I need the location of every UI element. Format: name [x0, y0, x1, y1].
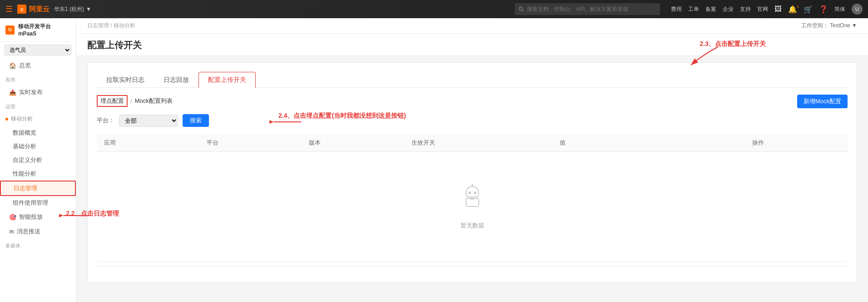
workspace-label: 工作空间：	[801, 22, 828, 29]
nav-action-support[interactable]: 支持	[740, 5, 751, 13]
nav-action-ticket[interactable]: 工单	[688, 5, 699, 13]
search-icon	[518, 6, 524, 12]
home-icon: 🏠	[9, 62, 16, 69]
sidebar-item-performance[interactable]: 性能分析	[0, 167, 76, 181]
search-button[interactable]: 搜索	[183, 114, 209, 127]
sidebar-label-data-overview: 数据概览	[13, 129, 36, 136]
empty-icon	[113, 184, 831, 216]
dot-icon	[5, 118, 8, 121]
avatar[interactable]: U	[852, 4, 863, 15]
sidebar-label-component-management: 组件使用管理	[13, 199, 48, 206]
tab-log-replay[interactable]: 日志回放	[154, 72, 198, 88]
th-version: 版本	[302, 134, 404, 152]
sidebar-label-smart-delivery: 智能投放	[19, 213, 43, 221]
cart-icon[interactable]: 🛒	[804, 5, 813, 14]
platform-label: 平台：	[97, 116, 114, 125]
scroll-area[interactable]	[97, 266, 848, 273]
sidebar-label-push: 消息推送	[17, 227, 40, 236]
th-empty2	[689, 134, 745, 152]
svg-point-9	[474, 191, 476, 194]
search-bar[interactable]	[515, 3, 660, 15]
data-table: 应用 平台 版本 生效开关 值 操作	[97, 134, 848, 262]
bc-parent[interactable]: 埋点配置	[97, 95, 128, 107]
workspace-info: 工作空间： TestOne ▼	[801, 22, 857, 30]
breadcrumb-bar: 日志管理 / 移动分析 工作空间： TestOne ▼	[76, 18, 868, 34]
sidebar-item-smart-delivery[interactable]: 🎯 智能投放	[0, 210, 76, 224]
platform-select[interactable]: 全部	[119, 115, 178, 127]
nav-action-enterprise[interactable]: 企业	[723, 5, 734, 13]
breadcrumb-log-mgmt[interactable]: 日志管理	[87, 22, 109, 29]
sidebar-section-multimedia: 多媒体	[0, 239, 76, 251]
sidebar-group-mobile-analytics[interactable]: 移动分析	[0, 112, 76, 126]
region-selector[interactable]: 华东1 (杭州) ▼	[54, 5, 91, 13]
svg-point-2	[519, 7, 523, 10]
nav-action-fees[interactable]: 费用	[671, 5, 682, 13]
inner-breadcrumb: 埋点配置 / Mock配置列表	[97, 95, 848, 107]
tab-realtime-log[interactable]: 拉取实时日志	[97, 72, 154, 88]
sidebar-label-basic-analysis: 基础分析	[13, 143, 36, 150]
th-platform: 平台	[199, 134, 302, 152]
sidebar-brand-icon: M	[5, 25, 15, 35]
selector-dropdown[interactable]: 选气员	[5, 45, 71, 55]
sidebar-brand: M 移动开发平台 mPaaS	[0, 18, 76, 42]
filter-row: 平台： 全部 搜索	[97, 114, 848, 127]
image-icon[interactable]: 🖼	[774, 5, 782, 13]
logo-text: 阿里云	[29, 5, 50, 14]
main-content: 日志管理 / 移动分析 工作空间： TestOne ▼ 配置上传开关 拉取实时日…	[76, 18, 868, 302]
top-nav-left: ☰ 云 阿里云 华东1 (杭州) ▼	[5, 4, 91, 14]
breadcrumb-sep: /	[110, 22, 114, 29]
sidebar-label-mobile-analytics: 移动分析	[11, 115, 33, 123]
sidebar-item-custom-analysis[interactable]: 自定义分析	[0, 153, 76, 167]
sidebar-item-data-overview[interactable]: 数据概览	[0, 126, 76, 140]
bc-current: Mock配置列表	[135, 97, 173, 105]
workspace-value: TestOne	[830, 22, 850, 29]
target-icon: 🎯	[9, 214, 16, 221]
page-header: 配置上传开关	[76, 34, 868, 55]
th-switch: 生效开关	[404, 134, 553, 152]
nav-action-beian[interactable]: 备案	[705, 5, 716, 13]
sidebar-item-push[interactable]: ✉ 消息推送	[0, 224, 76, 239]
content-area: 拉取实时日志 日志回放 配置上传开关 2.3、点击配置上传开关	[76, 55, 868, 302]
tab-config-upload[interactable]: 配置上传开关	[198, 72, 256, 88]
sidebar-section-publish: 发布	[0, 73, 76, 85]
aliyun-logo-icon: 云	[17, 5, 26, 14]
sidebar-item-overview[interactable]: 🏠 总览	[0, 58, 76, 73]
lang-text[interactable]: 简体	[834, 5, 845, 13]
th-value: 值	[552, 134, 632, 152]
top-nav: ☰ 云 阿里云 华东1 (杭州) ▼ 费用 工单 备案 企业 支持 官网 🖼 🔔…	[0, 0, 868, 18]
breadcrumb-current: 移动分析	[114, 22, 135, 29]
workspace-arrow[interactable]: ▼	[852, 22, 857, 29]
top-nav-actions: 费用 工单 备案 企业 支持 官网 🖼 🔔1 🛒 ❓ 简体 U	[671, 4, 863, 15]
tab-log-replay-label: 日志回放	[164, 76, 189, 83]
bell-icon[interactable]: 🔔1	[788, 5, 797, 14]
menu-icon[interactable]: ☰	[5, 4, 13, 14]
new-config-btn[interactable]: 新增Mock配置	[797, 95, 848, 108]
body-layout: M 移动开发平台 mPaaS 选气员 🏠 总览 发布 📤 实时发布 运营 移动分…	[0, 18, 868, 302]
th-empty1	[632, 134, 688, 152]
svg-line-3	[522, 10, 524, 12]
table-header-row: 应用 平台 版本 生效开关 值 操作	[97, 134, 848, 152]
sidebar-label-overview: 总览	[19, 61, 31, 70]
empty-state-cell: 暂无数据	[97, 152, 848, 262]
white-card: 拉取实时日志 日志回放 配置上传开关 2.3、点击配置上传开关	[87, 62, 857, 283]
sidebar-label-log-management: 日志管理	[14, 185, 37, 191]
selector-row: 选气员	[0, 42, 76, 58]
no-data-icon	[459, 184, 486, 211]
empty-state: 暂无数据	[104, 156, 840, 257]
nav-action-official[interactable]: 官网	[757, 5, 768, 13]
sidebar-label-custom-analysis: 自定义分析	[13, 156, 42, 163]
svg-point-8	[468, 191, 471, 194]
sidebar-item-component-management[interactable]: 组件使用管理	[0, 196, 76, 210]
bc-separator: /	[130, 98, 132, 105]
mail-icon: ✉	[9, 228, 14, 235]
tab-realtime-log-label: 拉取实时日志	[106, 76, 144, 83]
sidebar-label-performance: 性能分析	[13, 170, 36, 177]
sidebar-item-realtime-publish[interactable]: 📤 实时发布	[0, 85, 76, 100]
table-empty-row: 暂无数据	[97, 152, 848, 262]
sidebar-section-operation: 运营	[0, 100, 76, 112]
sidebar-item-log-management[interactable]: 日志管理	[0, 181, 76, 196]
sidebar-item-basic-analysis[interactable]: 基础分析	[0, 140, 76, 153]
tabs: 拉取实时日志 日志回放 配置上传开关	[97, 72, 848, 88]
help-icon[interactable]: ❓	[819, 5, 828, 14]
search-input[interactable]	[527, 6, 656, 12]
